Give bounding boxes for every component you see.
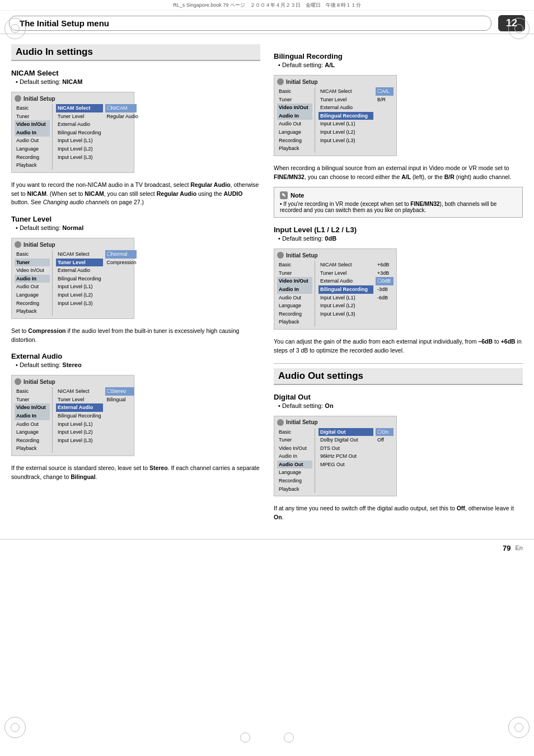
digital-out-menu: Initial Setup Basic Tuner Video In/Out A… <box>274 416 397 497</box>
digital-out-section: Digital Out • Default setting: On Initia… <box>274 393 523 522</box>
ea-basic: Basic <box>15 387 50 396</box>
menu-item-basic: Basic <box>15 104 50 112</box>
nicam-select-section: NICAM Select • Default setting: NICAM In… <box>11 69 260 207</box>
setup-icon-4 <box>277 78 284 85</box>
do-opt-dolby: Dolby Digital Out <box>318 436 373 444</box>
tuner-level-default: • Default setting: Normal <box>16 224 260 231</box>
br-videoinout: Video In/Out <box>277 104 312 112</box>
biling-rec-heading: Bilingual Recording <box>274 52 523 60</box>
input-level-menu: Initial Setup Basic Tuner Video In/Out A… <box>274 248 397 330</box>
il-val-6n: -6dB <box>376 294 394 302</box>
ea-language: Language <box>15 428 50 436</box>
biling-menu-left: Basic Tuner Video In/Out Audio In Audio … <box>277 87 315 153</box>
br-recording: Recording <box>277 137 312 145</box>
il-opt-l2: Input Level (L2) <box>318 302 373 310</box>
menu-item-videoinout: Video In/Out <box>15 120 50 129</box>
nicam-menu-left: Basic Tuner Video In/Out Audio In Audio … <box>15 104 53 170</box>
ext-values: ☐Stereo Bilingual <box>103 387 134 453</box>
tuner-menu-body: Basic Tuner Video In/Out Audio In Audio … <box>15 250 131 316</box>
do-val-off: Off <box>376 436 394 444</box>
menu-item-audioin: Audio In <box>15 129 50 137</box>
nicam-menu-body: Basic Tuner Video In/Out Audio In Audio … <box>15 104 131 170</box>
do-basic: Basic <box>277 428 312 436</box>
biling-menu-title: Initial Setup <box>277 78 394 85</box>
nicam-menu-title: Initial Setup <box>15 95 131 102</box>
setup-icon-5 <box>277 252 284 259</box>
footer: 79 En <box>0 539 534 557</box>
tuner-values: ☐Normal Compression <box>103 250 137 316</box>
note-text: • If you're recording in VR mode (except… <box>280 201 517 213</box>
menu-item-audioout: Audio Out <box>15 137 50 145</box>
il-basic: Basic <box>277 261 312 269</box>
right-column: Bilingual Recording • Default setting: A… <box>274 44 523 528</box>
tl-playback: Playback <box>15 307 50 316</box>
br-opt-nicam: NICAM Select <box>318 87 373 96</box>
biling-menu-right: NICAM Select Tuner Level External Audio … <box>315 87 373 153</box>
nicam-val-regular: Regular Audio <box>105 112 137 121</box>
digital-out-menu-title: Initial Setup <box>277 419 394 426</box>
br-opt-ext: External Audio <box>318 104 373 112</box>
il-recording: Recording <box>277 310 312 318</box>
ea-opt-nicam: NICAM Select <box>56 387 103 396</box>
ea-audioin: Audio In <box>15 412 50 420</box>
biling-values: ☐A/L B/R <box>373 87 394 153</box>
input-level-menu-body: Basic Tuner Video In/Out Audio In Audio … <box>277 261 394 326</box>
ext-audio-heading: External Audio <box>11 352 260 360</box>
note-icon: ✎ <box>280 191 288 199</box>
nicam-menu-right: NICAM Select Tuner Level External Audio … <box>53 104 103 170</box>
audio-in-section-heading: Audio In settings <box>11 44 260 61</box>
biling-rec-default: • Default setting: A/L <box>278 62 523 68</box>
tuner-level-heading: Tuner Level <box>11 215 260 223</box>
nicam-option-bilingrec: Bilingual Recording <box>56 129 103 137</box>
tuner-menu-title: Initial Setup <box>15 241 131 248</box>
digital-out-body: If at any time you need to switch off th… <box>274 504 523 522</box>
tl-opt-l3: Input Level (L3) <box>56 299 103 308</box>
tl-val-compression: Compression <box>105 259 137 267</box>
ea-opt-l1: Input Level (L1) <box>56 420 103 429</box>
left-column: Audio In settings NICAM Select • Default… <box>11 44 260 528</box>
input-level-section: Input Level (L1 / L2 / L3) • Default set… <box>274 226 523 355</box>
ea-videoinout: Video In/Out <box>15 403 50 412</box>
tuner-menu-left: Basic Tuner Video In/Out Audio In Audio … <box>15 250 53 316</box>
il-opt-biling: Bilingual Recording <box>318 285 373 294</box>
input-level-menu-title: Initial Setup <box>277 252 394 259</box>
tl-opt-l2: Input Level (L2) <box>56 291 103 299</box>
il-videoinout: Video In/Out <box>277 277 312 285</box>
header-title: The Initial Setup menu <box>9 16 491 31</box>
tl-recording: Recording <box>15 299 50 308</box>
br-basic: Basic <box>277 87 312 96</box>
il-opt-ext: External Audio <box>318 277 373 285</box>
ext-menu-title: Initial Setup <box>15 378 131 385</box>
tl-opt-nicam: NICAM Select <box>56 250 103 259</box>
footer-language: En <box>516 544 523 551</box>
br-opt-l1: Input Level (L1) <box>318 120 373 128</box>
nicam-select-heading: NICAM Select <box>11 69 260 77</box>
tl-tuner: Tuner <box>15 259 50 267</box>
il-audioout: Audio Out <box>277 294 312 302</box>
biling-rec-body: When recording a bilingual source from a… <box>274 164 523 182</box>
ext-menu-body: Basic Tuner Video In/Out Audio In Audio … <box>15 387 131 453</box>
bilingual-recording-section: Bilingual Recording • Default setting: A… <box>274 52 523 218</box>
il-tuner: Tuner <box>277 269 312 278</box>
corner-decoration-bottom-right <box>508 717 530 738</box>
nicam-option-input3: Input Level (L3) <box>56 153 103 162</box>
tl-opt-ext: External Audio <box>56 266 103 275</box>
do-recording: Recording <box>277 477 312 485</box>
do-audioin: Audio In <box>277 452 312 461</box>
nicam-values: ☐NICAM Regular Audio <box>103 104 137 170</box>
input-level-default: • Default setting: 0dB <box>278 235 523 242</box>
main-content: Audio In settings NICAM Select • Default… <box>0 34 534 533</box>
input-level-heading: Input Level (L1 / L2 / L3) <box>274 226 523 234</box>
br-opt-l2: Input Level (L2) <box>318 128 373 137</box>
do-language: Language <box>277 468 312 477</box>
br-val-br: B/R <box>376 96 394 104</box>
tl-videoinout: Video In/Out <box>15 266 50 275</box>
ext-audio-default: • Default setting: Stereo <box>16 361 260 368</box>
do-tuner: Tuner <box>277 436 312 444</box>
il-playback: Playback <box>277 318 312 326</box>
ea-audioout: Audio Out <box>15 420 50 429</box>
header-bar: The Initial Setup menu 12 <box>0 11 534 34</box>
biling-menu-body: Basic Tuner Video In/Out Audio In Audio … <box>277 87 394 153</box>
ea-val-stereo: ☐Stereo <box>105 387 134 396</box>
do-audioout: Audio Out <box>277 461 312 469</box>
